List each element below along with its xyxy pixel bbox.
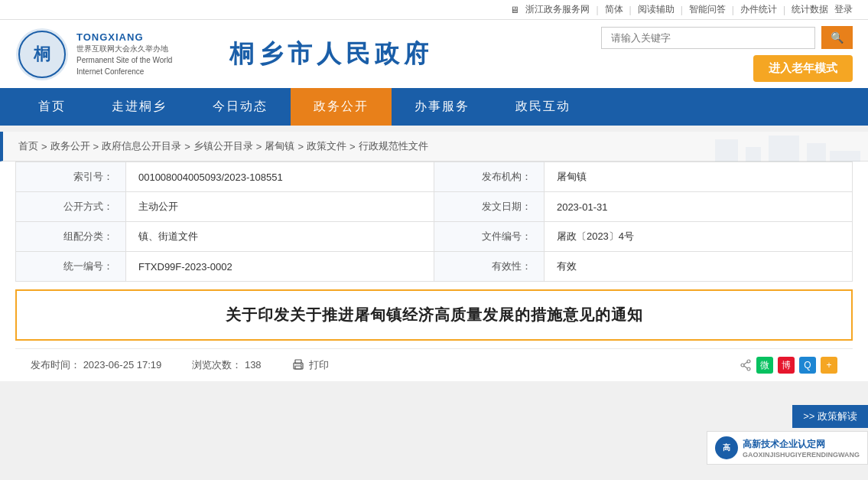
info-section: 索引号： 001008004005093/2023-108551 发布机构： 屠…: [0, 162, 868, 282]
divider1: |: [596, 5, 598, 15]
document-title: 关于印发关于推进屠甸镇经济高质量发展的措施意见的通知: [31, 305, 837, 325]
search-button[interactable]: 🔍: [821, 26, 853, 49]
publish-time-value: 2023-06-25 17:19: [83, 359, 162, 371]
breadcrumb-wrapper: 首页 > 政务公开 > 政府信息公开目录 > 乡镇公开目录 > 屠甸镇 > 政策…: [0, 132, 868, 162]
bc-home[interactable]: 首页: [18, 139, 38, 153]
logo-text: TONGXIANG 世界互联网大会永久举办地 Permanent Site of…: [76, 31, 172, 77]
svg-text:桐: 桐: [33, 44, 50, 64]
publish-time-label: 发布时间： 2023-06-25 17:19: [31, 358, 161, 372]
label-publisher: 发布机构：: [434, 162, 544, 192]
content-area: 首页 > 政务公开 > 政府信息公开目录 > 乡镇公开目录 > 屠甸镇 > 政策…: [0, 132, 868, 381]
nav-interaction[interactable]: 政民互动: [493, 88, 593, 126]
share-icons: 微 博 Q +: [740, 357, 837, 374]
logo-pinyin: TONGXIANG: [76, 31, 172, 43]
table-row: 统一编号： FTXD99F-2023-0002 有效性： 有效: [16, 252, 853, 282]
nav-news[interactable]: 今日动态: [190, 88, 291, 126]
divider3: |: [681, 5, 683, 15]
value-publisher: 屠甸镇: [544, 162, 852, 192]
elder-mode-button[interactable]: 进入老年模式: [753, 55, 853, 82]
svg-rect-6: [807, 143, 826, 162]
bc-admin-norm: 行政规范性文件: [359, 139, 428, 153]
table-row: 索引号： 001008004005093/2023-108551 发布机构： 屠…: [16, 162, 853, 192]
print-area[interactable]: 打印: [292, 358, 329, 372]
bc-policy[interactable]: 政策文件: [307, 139, 346, 153]
nav-home[interactable]: 首页: [15, 88, 89, 126]
bc-catalog[interactable]: 政府信息公开目录: [102, 139, 181, 153]
svg-rect-3: [715, 139, 738, 162]
header: 桐 TONGXIANG 世界互联网大会永久举办地 Permanent Site …: [0, 20, 868, 88]
label-publish-date: 发文日期：: [434, 192, 544, 222]
office-stats-link[interactable]: 办件统计: [740, 3, 777, 16]
table-row: 组配分类： 镇、街道文件 文件编号： 屠政〔2023〕4号: [16, 222, 853, 252]
bc-tudian[interactable]: 屠甸镇: [265, 139, 294, 153]
svg-point-12: [747, 360, 750, 363]
building-decoration: [677, 132, 868, 162]
logo-area: 桐 TONGXIANG 世界互联网大会永久举办地 Permanent Site …: [15, 28, 214, 81]
accessibility-link[interactable]: 阅读辅助: [638, 3, 675, 16]
weibo-share-icon[interactable]: 博: [778, 357, 795, 374]
value-publish-date: 2023-01-31: [544, 192, 852, 222]
views-area: 浏览次数： 138: [192, 358, 261, 372]
data-stats-link[interactable]: 统计数据: [792, 3, 828, 16]
label-category: 组配分类：: [16, 222, 126, 252]
info-table: 索引号： 001008004005093/2023-108551 发布机构： 屠…: [15, 162, 853, 282]
svg-rect-5: [769, 136, 799, 162]
label-index: 索引号：: [16, 162, 126, 192]
world-line: 世界互联网大会永久举办地 Permanent Site of the World…: [76, 43, 172, 77]
header-right: 🔍 进入老年模式: [549, 26, 853, 82]
views-count: 138: [245, 359, 262, 371]
divider2: |: [629, 5, 632, 15]
label-open-mode: 公开方式：: [16, 192, 126, 222]
share-icon: [740, 359, 752, 371]
value-open-mode: 主动公开: [125, 192, 434, 222]
svg-point-14: [747, 367, 750, 371]
divider5: |: [783, 5, 785, 15]
nav-about[interactable]: 走进桐乡: [89, 88, 190, 126]
svg-point-13: [741, 364, 744, 367]
wechat-share-icon[interactable]: 微: [756, 357, 773, 374]
document-title-box: 关于印发关于推进屠甸镇经济高质量发展的措施意见的通知: [15, 289, 853, 341]
login-link[interactable]: 登录: [834, 3, 853, 16]
table-row: 公开方式： 主动公开 发文日期： 2023-01-31: [16, 192, 853, 222]
nav-services[interactable]: 办事服务: [392, 88, 493, 126]
qq-share-icon[interactable]: Q: [799, 357, 816, 374]
value-validity: 有效: [544, 252, 852, 282]
printer-icon: [292, 359, 304, 371]
city-title: 桐乡市人民政府: [229, 38, 534, 71]
svg-rect-10: [295, 366, 301, 369]
value-doc-number: 屠政〔2023〕4号: [544, 222, 852, 252]
search-input[interactable]: [601, 27, 815, 49]
simplified-link[interactable]: 简体: [605, 3, 623, 16]
top-bar: 🖥 浙江政务服务网 | 简体 | 阅读辅助 | 智能问答 | 办件统计 | 统计…: [0, 0, 868, 20]
value-index: 001008004005093/2023-108551: [125, 162, 434, 192]
smart-qa-link[interactable]: 智能问答: [689, 3, 726, 16]
main-nav: 首页 走进桐乡 今日动态 政务公开 办事服务 政民互动: [0, 88, 868, 126]
bc-township[interactable]: 乡镇公开目录: [193, 139, 253, 153]
value-unified-number: FTXD99F-2023-0002: [125, 252, 434, 282]
print-label[interactable]: 打印: [309, 358, 329, 372]
svg-line-15: [744, 366, 747, 368]
more-share-icon[interactable]: +: [821, 357, 837, 374]
label-doc-number: 文件编号：: [434, 222, 544, 252]
zhejiang-portal-link[interactable]: 浙江政务服务网: [525, 3, 590, 16]
svg-rect-4: [746, 147, 761, 162]
divider4: |: [732, 5, 734, 15]
value-category: 镇、街道文件: [125, 222, 434, 252]
zhejiang-portal-icon: 🖥: [510, 5, 519, 15]
label-unified-number: 统一编号：: [16, 252, 126, 282]
label-validity: 有效性：: [434, 252, 544, 282]
svg-rect-7: [830, 151, 860, 162]
svg-line-16: [744, 362, 747, 364]
search-bar: 🔍: [601, 26, 853, 49]
publish-bar: 发布时间： 2023-06-25 17:19 浏览次数： 138 打印: [15, 348, 853, 381]
bc-affairs[interactable]: 政务公开: [50, 139, 90, 153]
logo-emblem: 桐: [15, 28, 69, 81]
svg-point-11: [301, 364, 302, 366]
nav-affairs[interactable]: 政务公开: [291, 88, 392, 126]
